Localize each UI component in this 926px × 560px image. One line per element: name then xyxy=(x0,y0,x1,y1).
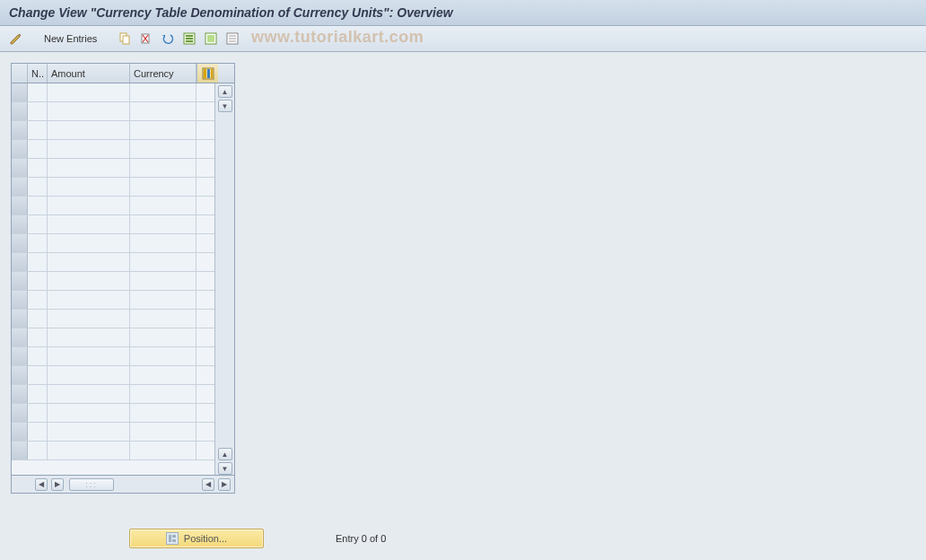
table-row[interactable] xyxy=(12,291,214,310)
row-selector[interactable] xyxy=(12,347,28,365)
cell-currency[interactable] xyxy=(130,178,197,196)
toggle-display-change-icon[interactable] xyxy=(7,30,25,48)
select-all-icon[interactable] xyxy=(180,30,198,48)
hscroll-step-left-icon[interactable]: ◀ xyxy=(202,478,214,491)
cell-amount[interactable] xyxy=(48,328,130,346)
cell-number[interactable] xyxy=(28,442,48,459)
cell-number[interactable] xyxy=(28,215,48,233)
scroll-down-icon[interactable]: ▼ xyxy=(218,462,232,475)
hscroll-right-icon[interactable]: ▶ xyxy=(218,478,231,491)
cell-number[interactable] xyxy=(28,366,48,384)
cell-number[interactable] xyxy=(28,83,48,101)
table-row[interactable] xyxy=(12,442,214,460)
new-entries-button[interactable]: New Entries xyxy=(38,31,103,47)
row-selector[interactable] xyxy=(12,253,28,271)
cell-currency[interactable] xyxy=(130,328,197,346)
cell-amount[interactable] xyxy=(48,140,130,158)
cell-number[interactable] xyxy=(28,404,48,422)
row-selector[interactable] xyxy=(12,102,28,120)
table-row[interactable] xyxy=(12,310,214,328)
table-row[interactable] xyxy=(12,178,214,197)
table-row[interactable] xyxy=(12,404,214,423)
row-selector[interactable] xyxy=(12,423,28,441)
cell-number[interactable] xyxy=(28,253,48,271)
row-selector[interactable] xyxy=(12,178,28,196)
cell-amount[interactable] xyxy=(48,347,130,365)
cell-number[interactable] xyxy=(28,102,48,120)
cell-amount[interactable] xyxy=(48,310,130,328)
deselect-all-icon[interactable] xyxy=(223,30,241,48)
row-selector[interactable] xyxy=(12,272,28,290)
hscroll-thumb[interactable]: ::: xyxy=(69,478,114,491)
row-selector[interactable] xyxy=(12,234,28,252)
cell-currency[interactable] xyxy=(130,310,197,328)
cell-currency[interactable] xyxy=(130,83,197,101)
cell-amount[interactable] xyxy=(48,215,130,233)
table-row[interactable] xyxy=(12,272,214,291)
cell-amount[interactable] xyxy=(48,404,130,422)
cell-currency[interactable] xyxy=(130,272,197,290)
configure-columns-icon[interactable] xyxy=(197,64,218,83)
cell-amount[interactable] xyxy=(48,423,130,441)
cell-number[interactable] xyxy=(28,197,48,214)
cell-number[interactable] xyxy=(28,121,48,139)
undo-icon[interactable] xyxy=(159,30,177,48)
row-selector[interactable] xyxy=(12,140,28,158)
cell-amount[interactable] xyxy=(48,178,130,196)
row-selector[interactable] xyxy=(12,442,28,459)
cell-amount[interactable] xyxy=(48,121,130,139)
row-selector[interactable] xyxy=(12,215,28,233)
cell-amount[interactable] xyxy=(48,159,130,177)
row-selector[interactable] xyxy=(12,159,28,177)
cell-amount[interactable] xyxy=(48,442,130,459)
hscroll-left-icon[interactable]: ◀ xyxy=(35,478,48,491)
table-row[interactable] xyxy=(12,102,214,121)
cell-currency[interactable] xyxy=(130,102,197,120)
row-selector[interactable] xyxy=(12,328,28,346)
table-row[interactable] xyxy=(12,385,214,404)
cell-currency[interactable] xyxy=(130,121,197,139)
scroll-up-icon[interactable]: ▲ xyxy=(218,85,232,98)
row-selector[interactable] xyxy=(12,197,28,214)
cell-currency[interactable] xyxy=(130,234,197,252)
cell-currency[interactable] xyxy=(130,366,197,384)
cell-currency[interactable] xyxy=(130,215,197,233)
cell-amount[interactable] xyxy=(48,272,130,290)
cell-amount[interactable] xyxy=(48,291,130,309)
cell-number[interactable] xyxy=(28,272,48,290)
table-row[interactable] xyxy=(12,140,214,159)
scroll-down-step-icon[interactable]: ▼ xyxy=(218,100,232,112)
cell-number[interactable] xyxy=(28,140,48,158)
cell-amount[interactable] xyxy=(48,83,130,101)
cell-amount[interactable] xyxy=(48,385,130,403)
row-selector[interactable] xyxy=(12,385,28,403)
table-row[interactable] xyxy=(12,328,214,347)
table-row[interactable] xyxy=(12,347,214,366)
cell-number[interactable] xyxy=(28,423,48,441)
row-selector[interactable] xyxy=(12,121,28,139)
row-selector[interactable] xyxy=(12,83,28,101)
table-row[interactable] xyxy=(12,197,214,215)
cell-currency[interactable] xyxy=(130,159,197,177)
table-row[interactable] xyxy=(12,83,214,102)
cell-amount[interactable] xyxy=(48,366,130,384)
vertical-scrollbar[interactable]: ▲ ▼ ▲ ▼ xyxy=(214,83,234,475)
cell-number[interactable] xyxy=(28,328,48,346)
row-selector[interactable] xyxy=(12,310,28,328)
cell-number[interactable] xyxy=(28,310,48,328)
cell-number[interactable] xyxy=(28,385,48,403)
cell-amount[interactable] xyxy=(48,253,130,271)
cell-currency[interactable] xyxy=(130,140,197,158)
cell-currency[interactable] xyxy=(130,291,197,309)
table-row[interactable] xyxy=(12,366,214,385)
copy-as-icon[interactable] xyxy=(116,30,134,48)
cell-currency[interactable] xyxy=(130,442,197,459)
row-selector[interactable] xyxy=(12,366,28,384)
column-header-number[interactable]: N.. xyxy=(28,64,48,83)
cell-number[interactable] xyxy=(28,347,48,365)
cell-number[interactable] xyxy=(28,291,48,309)
column-header-amount[interactable]: Amount xyxy=(48,64,130,83)
cell-amount[interactable] xyxy=(48,234,130,252)
select-all-handle[interactable] xyxy=(12,64,28,83)
cell-currency[interactable] xyxy=(130,197,197,214)
